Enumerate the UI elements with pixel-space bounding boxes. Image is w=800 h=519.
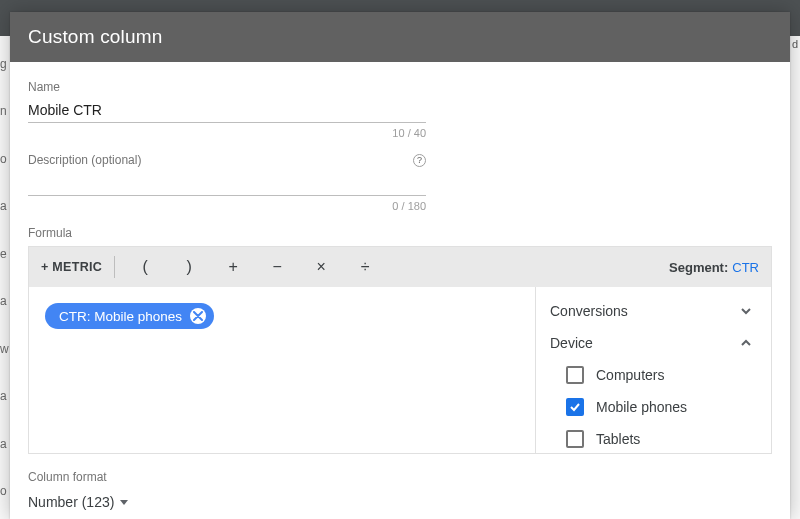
toolbar-divider bbox=[114, 256, 115, 278]
name-field: Name 10 / 40 bbox=[28, 80, 426, 139]
name-label: Name bbox=[28, 80, 426, 94]
description-label: Description (optional) ? bbox=[28, 153, 426, 167]
formula-label: Formula bbox=[28, 226, 772, 240]
chevron-up-icon bbox=[739, 336, 757, 350]
help-icon[interactable]: ? bbox=[413, 154, 426, 167]
modal-title: Custom column bbox=[10, 12, 790, 62]
option-label: Computers bbox=[596, 367, 664, 383]
chip-remove-button[interactable] bbox=[190, 308, 206, 324]
op-plus-button[interactable]: + bbox=[211, 258, 255, 276]
description-counter: 0 / 180 bbox=[28, 200, 426, 212]
op-rparen-button[interactable]: ) bbox=[167, 258, 211, 276]
op-lparen-button[interactable]: ( bbox=[123, 258, 167, 276]
close-icon bbox=[193, 311, 203, 321]
name-input[interactable] bbox=[28, 100, 426, 123]
checkbox-icon bbox=[566, 430, 584, 448]
segment-group-label: Device bbox=[550, 335, 593, 351]
description-field: Description (optional) ? 0 / 180 bbox=[28, 153, 426, 212]
formula-field: Formula + METRIC ( ) + − × ÷ Segment: CT… bbox=[28, 226, 772, 454]
name-counter: 10 / 40 bbox=[28, 127, 426, 139]
segment-group-device[interactable]: Device bbox=[548, 327, 759, 359]
option-label: Mobile phones bbox=[596, 399, 687, 415]
segment-panel: Conversions Device bbox=[535, 287, 771, 453]
column-format-value: Number (123) bbox=[28, 494, 114, 510]
formula-canvas[interactable]: CTR: Mobile phones bbox=[29, 287, 535, 453]
formula-box: + METRIC ( ) + − × ÷ Segment: CTR CTR: M… bbox=[28, 246, 772, 454]
op-minus-button[interactable]: − bbox=[255, 258, 299, 276]
option-tablets[interactable]: Tablets bbox=[566, 423, 759, 453]
option-computers[interactable]: Computers bbox=[566, 359, 759, 391]
add-metric-button[interactable]: + METRIC bbox=[41, 260, 110, 274]
metric-chip-ctr-mobile[interactable]: CTR: Mobile phones bbox=[45, 303, 214, 329]
modal-body: Name 10 / 40 Description (optional) ? 0 … bbox=[10, 62, 790, 519]
checkbox-checked-icon bbox=[566, 398, 584, 416]
segment-value-link[interactable]: CTR bbox=[732, 260, 759, 275]
background-left-strip: gnoaeawaao bbox=[0, 36, 10, 519]
caret-down-icon bbox=[120, 500, 128, 505]
description-label-text: Description (optional) bbox=[28, 153, 141, 167]
custom-column-modal: Custom column Name 10 / 40 Description (… bbox=[10, 12, 790, 519]
column-format-select[interactable]: Number (123) bbox=[28, 490, 128, 514]
background-right-strip: d bbox=[790, 36, 800, 519]
segment-group-conversions[interactable]: Conversions bbox=[548, 295, 759, 327]
description-input[interactable] bbox=[28, 173, 426, 196]
chevron-down-icon bbox=[739, 304, 757, 318]
formula-toolbar: + METRIC ( ) + − × ÷ Segment: CTR bbox=[29, 247, 771, 287]
chip-label: CTR: Mobile phones bbox=[59, 309, 182, 324]
device-options: Computers Mobile phones Tablets bbox=[548, 359, 759, 453]
column-format-label: Column format bbox=[28, 470, 772, 484]
checkbox-icon bbox=[566, 366, 584, 384]
option-mobile-phones[interactable]: Mobile phones bbox=[566, 391, 759, 423]
segment-label: Segment: bbox=[669, 260, 728, 275]
option-label: Tablets bbox=[596, 431, 640, 447]
segment-group-label: Conversions bbox=[550, 303, 628, 319]
column-format-field: Column format Number (123) bbox=[28, 470, 772, 514]
op-times-button[interactable]: × bbox=[299, 258, 343, 276]
background-right-initial: d bbox=[792, 38, 798, 50]
op-divide-button[interactable]: ÷ bbox=[343, 258, 387, 276]
formula-body: CTR: Mobile phones Conversions bbox=[29, 287, 771, 453]
